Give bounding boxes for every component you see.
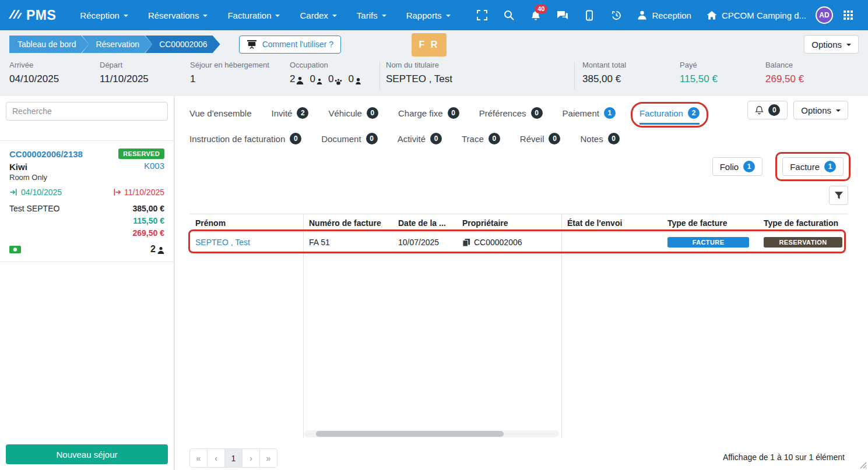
tab-label: Préférences — [479, 108, 526, 118]
messages-button[interactable] — [551, 4, 574, 26]
rate-plan: Room Only — [9, 173, 164, 182]
filter-button[interactable] — [829, 186, 848, 205]
reservation-reference[interactable]: CC00002006/2138 — [9, 149, 83, 159]
tab-activite[interactable]: Activité 0 — [398, 133, 442, 150]
breadcrumb-label: Réservation — [96, 40, 139, 49]
copy-icon[interactable] — [462, 238, 470, 247]
summary-divider — [574, 62, 575, 90]
filter-icon — [834, 191, 844, 200]
tab-label: Document — [321, 134, 361, 144]
scrollbar-thumb[interactable] — [316, 431, 504, 437]
column-header-prenom[interactable]: Prénom — [189, 214, 303, 232]
tab-invite[interactable]: Invité 2 — [272, 107, 309, 125]
new-stay-button[interactable]: Nouveau séjour — [6, 444, 168, 464]
folio-button[interactable]: Folio 1 — [712, 157, 763, 176]
alerts-button[interactable]: 0 — [747, 101, 788, 119]
tab-count-badge: 2 — [688, 107, 700, 119]
tab-charge-fixe[interactable]: Charge fixe 0 — [398, 107, 459, 125]
nav-menu-rapports[interactable]: Rapports — [399, 5, 458, 26]
tab-label: Notes — [580, 134, 603, 144]
holder-name: SEPTEO , Test — [386, 73, 452, 85]
pagination-next-button[interactable]: › — [242, 448, 260, 468]
pagination-last-button[interactable]: » — [259, 448, 277, 468]
reservation-detail-panel: 0 Options Vue d'ensemble Invité 2 Véhicu… — [175, 96, 868, 470]
balance-amount: 269,50 € — [765, 73, 804, 85]
search-input[interactable] — [6, 102, 168, 121]
pagination-prev-button[interactable]: ‹ — [207, 448, 225, 468]
search-button[interactable] — [497, 4, 521, 26]
tab-count-badge: 0 — [290, 133, 301, 144]
results-summary: Affichage de 1 à 10 sur 1 élément — [723, 453, 845, 462]
history-button[interactable] — [605, 4, 628, 26]
summary-departure: Départ 11/10/2025 — [100, 61, 149, 85]
tab-trace[interactable]: Trace 0 — [462, 133, 500, 150]
breadcrumb-reservation-number[interactable]: CC00002006 — [145, 36, 220, 53]
tab-label: Vue d'ensemble — [189, 108, 252, 118]
nav-menu-reception[interactable]: Réception — [72, 5, 136, 26]
nav-menu-reservations[interactable]: Réservations — [140, 5, 216, 26]
fullscreen-button[interactable] — [470, 4, 494, 26]
tab-preferences[interactable]: Préférences 0 — [479, 107, 543, 125]
annotation-facturation-tab: Facturation 2 — [631, 102, 708, 128]
horizontal-scrollbar[interactable] — [304, 430, 559, 437]
adults-count-pair: 2 — [290, 73, 304, 85]
summary-paid: Payé 115,50 € — [680, 61, 718, 85]
user-avatar[interactable]: AD — [816, 6, 833, 24]
invoice-view-switch: Folio 1 Facture 1 — [712, 152, 851, 181]
nav-menu-facturation[interactable]: Facturation — [220, 5, 287, 26]
app-logo[interactable]: PMS — [8, 8, 56, 23]
tab-label: Invité — [272, 108, 293, 118]
breadcrumb-dashboard[interactable]: Tableau de bord — [9, 36, 89, 53]
language-flag-badge[interactable]: F R — [412, 33, 447, 56]
stay-count: 1 — [190, 73, 269, 85]
apps-menu-button[interactable] — [837, 4, 860, 26]
nav-menu-tarifs[interactable]: Tarifs — [349, 5, 394, 26]
site-selector-button[interactable]: CPCOM Camping d... — [701, 4, 812, 26]
checkout-date-wrap: 11/10/2025 — [113, 188, 164, 197]
nav-menu-cardex[interactable]: Cardex — [292, 5, 344, 26]
tab-vue-densemble[interactable]: Vue d'ensemble — [189, 108, 252, 124]
tab-reveil[interactable]: Réveil 0 — [520, 133, 561, 150]
column-header-type-facture[interactable]: Type de facture — [662, 214, 758, 232]
tab-count-badge: 0 — [531, 107, 543, 119]
tab-count-badge: 0 — [366, 133, 378, 144]
table-column-divider — [561, 214, 562, 438]
pagination: « ‹ 1 › » — [189, 448, 277, 468]
column-header-type-facturation[interactable]: Type de facturation — [758, 214, 848, 232]
reservation-card[interactable]: CC00002006/2138 RESERVED Kiwi K003 Room … — [0, 140, 174, 262]
how-to-use-button[interactable]: Comment l'utiliser ? — [239, 36, 342, 54]
pagination-first-button[interactable]: « — [189, 448, 208, 468]
field-label: Occupation — [290, 61, 361, 69]
detail-options-button[interactable]: Options — [793, 101, 848, 119]
resize-corner-icon[interactable] — [860, 462, 867, 469]
tab-document[interactable]: Document 0 — [321, 133, 377, 150]
mobile-device-button[interactable] — [578, 4, 601, 26]
tab-count-badge: 1 — [604, 107, 616, 119]
reception-station-button[interactable]: Reception — [631, 4, 697, 26]
nav-menu-label: Facturation — [227, 10, 271, 20]
breadcrumb-reservation[interactable]: Réservation — [82, 36, 152, 53]
table-row[interactable]: SEPTEO , Test FA 51 10/07/2025 CC0000200… — [189, 232, 848, 253]
header-options-button[interactable]: Options — [804, 35, 859, 54]
invoice-guest-link[interactable]: SEPTEO , Test — [195, 238, 250, 247]
history-icon — [611, 10, 622, 21]
tab-facturation[interactable]: Facturation 2 — [639, 107, 700, 125]
room-number[interactable]: K003 — [144, 161, 164, 171]
notifications-button[interactable]: 40 — [524, 4, 547, 26]
chevron-down-icon — [124, 15, 128, 17]
card-paid-amount: 115,50 € — [133, 215, 165, 227]
tab-paiement[interactable]: Paiement 1 — [563, 107, 616, 125]
column-header-numero[interactable]: Numéro de facture — [303, 214, 392, 232]
tab-notes[interactable]: Notes 0 — [580, 133, 619, 150]
column-header-date[interactable]: Date de la ... — [392, 214, 456, 232]
facture-button[interactable]: Facture 1 — [782, 157, 844, 176]
adults-count: 2 — [290, 73, 295, 85]
tab-vehicule[interactable]: Véhicule 0 — [328, 107, 378, 125]
column-header-proprietaire[interactable]: Propriétaire — [456, 214, 561, 232]
pagination-page-1-button[interactable]: 1 — [224, 448, 243, 468]
tab-instruction-facturation[interactable]: Instruction de facturation 0 — [189, 133, 301, 150]
tab-label: Instruction de facturation — [189, 134, 285, 144]
column-header-etat-envoi[interactable]: État de l'envoi — [561, 214, 662, 232]
chat-icon — [557, 10, 568, 20]
breadcrumb-label: CC00002006 — [159, 40, 208, 49]
